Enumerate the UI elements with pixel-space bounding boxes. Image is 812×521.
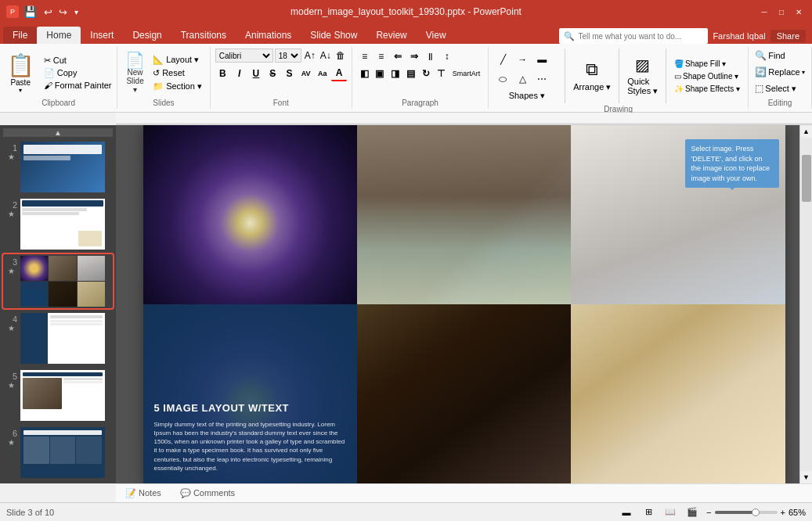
tab-slideshow[interactable]: Slide Show <box>301 27 366 44</box>
strikethrough-button[interactable]: S <box>265 66 280 81</box>
more-shapes[interactable]: ⋯ <box>532 70 551 88</box>
scroll-up-button[interactable]: ▲ <box>800 125 812 138</box>
align-text-button[interactable]: ⊤ <box>434 66 449 81</box>
char-spacing-button[interactable]: AV <box>298 66 313 81</box>
slide-scroll-up[interactable]: ▲ <box>3 128 113 137</box>
oval-shape[interactable]: ⬭ <box>493 70 512 88</box>
shape-effects-button[interactable]: ✨ Shape Effects ▾ <box>671 84 743 94</box>
numbered-bullets-button[interactable]: ≡ <box>374 49 389 64</box>
scroll-down-button[interactable]: ▼ <box>800 471 812 483</box>
format-painter-button[interactable]: 🖌 Format Painter <box>41 80 115 91</box>
paste-button[interactable]: 📋 Paste ▾ <box>2 49 39 97</box>
shapes-button[interactable]: Shapes ▾ <box>506 90 548 102</box>
line-shape[interactable]: ╱ <box>493 50 512 69</box>
copy-button[interactable]: 📄 Copy <box>41 67 115 79</box>
tab-insert[interactable]: Insert <box>81 27 123 44</box>
quick-styles-button[interactable]: QuickStyles ▾ <box>624 76 661 97</box>
slide-thumb-1[interactable] <box>20 142 105 192</box>
rect-shape[interactable]: ▬ <box>532 50 551 69</box>
share-button[interactable]: Share <box>770 30 806 42</box>
tab-transitions[interactable]: Transitions <box>171 27 236 44</box>
change-case-button[interactable]: Aa <box>315 66 330 81</box>
clear-formatting[interactable]: 🗑 <box>334 49 347 62</box>
font-size-select[interactable]: 18 <box>275 49 301 63</box>
italic-button[interactable]: I <box>232 66 247 81</box>
zoom-thumb[interactable] <box>752 508 760 516</box>
triangle-shape[interactable]: △ <box>513 70 532 88</box>
tab-design[interactable]: Design <box>123 27 171 44</box>
tab-view[interactable]: View <box>417 27 456 44</box>
zoom-in-button[interactable]: + <box>781 508 785 517</box>
underline-button[interactable]: U <box>248 66 263 81</box>
close-button[interactable]: ✕ <box>792 5 806 19</box>
bullets-button[interactable]: ≡ <box>357 49 373 64</box>
tab-file[interactable]: File <box>3 27 37 44</box>
image-cell-1[interactable] <box>143 125 357 304</box>
image-cell-2[interactable] <box>357 125 571 304</box>
slide-item-4[interactable]: 4 ★ <box>3 311 113 365</box>
arrow-shape[interactable]: → <box>513 50 532 69</box>
slide-thumb-2[interactable] <box>20 199 105 250</box>
font-name-select[interactable]: Calibri <box>215 49 273 63</box>
comments-tab[interactable]: 💬 Comments <box>171 487 244 500</box>
slide-item-2[interactable]: 2 ★ <box>3 197 113 251</box>
new-slide-button[interactable]: 📄 NewSlide ▾ <box>122 51 148 95</box>
minimize-button[interactable]: ─ <box>757 5 771 19</box>
convert-to-smartart-button[interactable]: SmartArt <box>449 69 484 78</box>
decrease-font-size[interactable]: A↓ <box>319 49 333 62</box>
slide-thumb-4[interactable] <box>20 313 105 364</box>
decrease-indent-button[interactable]: ⇐ <box>390 49 406 64</box>
slide-thumb-6[interactable] <box>20 427 105 478</box>
shape-fill-button[interactable]: 🪣 Shape Fill ▾ <box>671 59 743 69</box>
align-center-button[interactable]: ▣ <box>372 66 387 81</box>
tab-home[interactable]: Home <box>37 27 81 44</box>
scroll-thumb[interactable] <box>802 155 811 202</box>
section-button[interactable]: 📁 Section ▾ <box>150 81 205 92</box>
font-color-button[interactable]: A <box>331 66 346 81</box>
reading-view-button[interactable]: 📖 <box>662 505 678 520</box>
tab-review[interactable]: Review <box>366 27 416 44</box>
zoom-slider[interactable] <box>715 511 778 514</box>
normal-view-button[interactable]: ▬ <box>619 505 634 520</box>
find-button[interactable]: 🔍 Find <box>752 49 807 62</box>
slide-item-7[interactable]: 7 ★ <box>3 483 113 483</box>
slide-sorter-button[interactable]: ⊞ <box>641 505 656 520</box>
slide-item-6[interactable]: 6 ★ <box>3 426 113 480</box>
save-icon[interactable]: 💾 <box>23 5 37 18</box>
text-shadow-button[interactable]: S <box>282 66 297 81</box>
redo-button[interactable]: ↪ <box>56 5 70 19</box>
line-spacing-button[interactable]: ↕ <box>439 49 455 64</box>
slide-item-3[interactable]: 3 ★ <box>3 254 113 308</box>
justify-button[interactable]: ▤ <box>403 66 418 81</box>
maximize-button[interactable]: □ <box>774 5 789 19</box>
columns-button[interactable]: || <box>423 49 438 64</box>
reset-button[interactable]: ↺ Reset <box>150 67 205 79</box>
notes-tab[interactable]: 📝 Notes <box>116 487 171 500</box>
vertical-scrollbar[interactable]: ▲ ▼ <box>799 125 812 483</box>
image-cell-4[interactable]: 5 IMAGE LAYOUT W/TEXT Simply dummy text … <box>143 304 357 483</box>
image-cell-6[interactable] <box>571 304 785 483</box>
shape-outline-button[interactable]: ▭ Shape Outline ▾ <box>671 71 743 81</box>
zoom-out-button[interactable]: − <box>706 508 711 517</box>
slide-thumb-3[interactable] <box>20 256 105 307</box>
customize-qat[interactable]: ▾ <box>74 8 78 16</box>
slide-panel[interactable]: ▲ 1 ★ 2 ★ <box>0 125 116 483</box>
slide-item-1[interactable]: 1 ★ <box>3 140 113 194</box>
arrange-button[interactable]: Arrange ▾ <box>570 81 614 93</box>
replace-button[interactable]: 🔄 Replace ▾ <box>752 66 807 78</box>
align-left-button[interactable]: ◧ <box>357 66 372 81</box>
text-direction-button[interactable]: ↻ <box>418 66 433 81</box>
tab-animations[interactable]: Animations <box>236 27 301 44</box>
cut-button[interactable]: ✂ Cut <box>41 55 115 66</box>
slide-item-5[interactable]: 5 ★ <box>3 368 113 422</box>
image-cell-5[interactable] <box>357 304 571 483</box>
presenter-view-button[interactable]: 🎬 <box>684 505 700 520</box>
bold-button[interactable]: B <box>215 66 230 81</box>
increase-indent-button[interactable]: ⇒ <box>406 49 422 64</box>
select-button[interactable]: ⬚ Select ▾ <box>752 82 807 95</box>
increase-font-size[interactable]: A↑ <box>303 49 317 62</box>
undo-button[interactable]: ↩ <box>42 5 55 19</box>
slide-thumb-5[interactable] <box>20 370 105 421</box>
zoom-level[interactable]: 65% <box>789 508 806 517</box>
tell-me-input[interactable] <box>578 32 703 41</box>
